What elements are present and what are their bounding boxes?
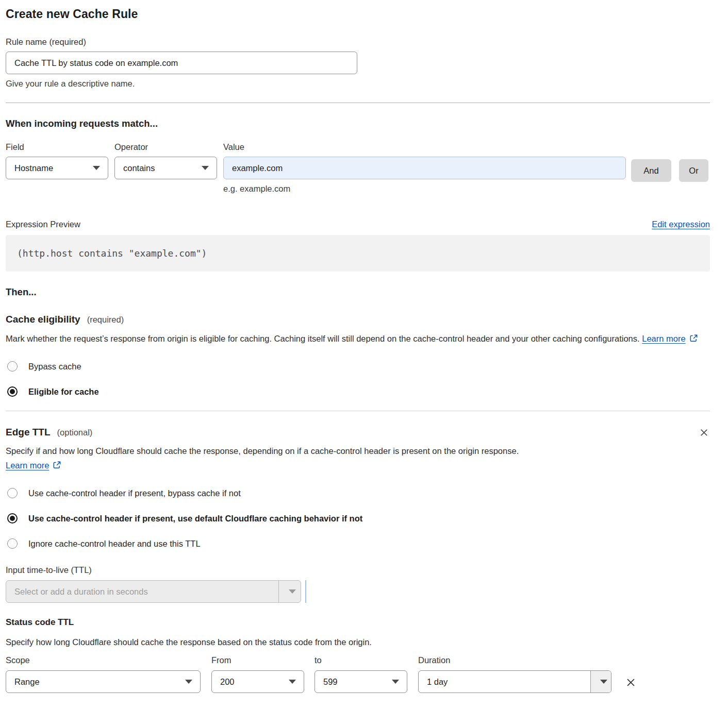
to-select-value: 599 (323, 677, 338, 687)
radio-selected-icon (7, 386, 18, 397)
text-cursor-caret (305, 580, 306, 603)
from-label: From (211, 655, 304, 665)
scope-column: Scope Range (6, 655, 201, 693)
expression-preview-header: Expression Preview Edit expression (6, 220, 710, 229)
radio-option-ignore-header[interactable]: Ignore cache-control header and use this… (6, 538, 710, 549)
operator-select[interactable]: contains (114, 157, 217, 179)
chevron-down-icon (93, 166, 100, 170)
close-icon (699, 431, 709, 439)
radio-unselected-icon (7, 538, 18, 549)
duration-select[interactable] (418, 670, 611, 693)
expression-code: (http.host contains "example.com") (17, 248, 207, 259)
cache-eligibility-section: Cache eligibility (required) Mark whethe… (6, 314, 710, 397)
cache-eligibility-header: Cache eligibility (required) (6, 314, 710, 325)
then-heading: Then... (6, 286, 710, 298)
duration-label: Duration (418, 655, 611, 665)
learn-more-link[interactable]: Learn more (642, 334, 685, 343)
remove-status-ttl-row-button[interactable] (624, 676, 637, 689)
cache-eligibility-options: Bypass cache Eligible for cache (6, 361, 710, 397)
field-column: Field Hostname (6, 142, 108, 179)
field-select[interactable]: Hostname (6, 157, 108, 179)
operator-select-value: contains (123, 163, 155, 173)
chevron-down-icon (289, 680, 296, 684)
scope-select[interactable]: Range (6, 670, 201, 693)
rule-name-input[interactable] (6, 52, 357, 74)
optional-badge: (optional) (57, 428, 93, 437)
edit-expression-link[interactable]: Edit expression (652, 220, 710, 229)
expression-preview-label: Expression Preview (6, 220, 80, 229)
field-select-value: Hostname (14, 163, 53, 173)
chevron-down-icon (392, 680, 399, 684)
chevron-down-icon (289, 589, 296, 594)
required-badge: (required) (87, 315, 124, 325)
match-expression-row: Field Hostname Operator contains Value e… (6, 142, 710, 194)
scope-select-value: Range (14, 677, 40, 687)
rule-name-helper: Give your rule a descriptive name. (6, 79, 710, 89)
radio-option-use-header-bypass[interactable]: Use cache-control header if present, byp… (6, 488, 710, 498)
from-select[interactable]: 200 (211, 670, 304, 693)
radio-unselected-icon (7, 361, 18, 372)
section-divider (6, 411, 710, 411)
rule-name-label: Rule name (required) (6, 37, 710, 47)
edge-ttl-header: Edge TTL (optional) (6, 427, 710, 438)
duration-column: Duration (418, 655, 611, 693)
from-select-value: 200 (220, 677, 235, 687)
external-link-icon (53, 459, 61, 474)
radio-option-eligible-for-cache[interactable]: Eligible for cache (6, 386, 710, 397)
ttl-input-section: Input time-to-live (TTL) (6, 565, 710, 603)
status-code-ttl-heading: Status code TTL (6, 617, 710, 628)
edge-ttl-heading: Edge TTL (6, 427, 51, 438)
external-link-icon (689, 332, 698, 347)
cache-eligibility-heading: Cache eligibility (6, 314, 80, 325)
chevron-down-icon (202, 166, 209, 170)
duration-select-arrow-button[interactable] (590, 671, 611, 693)
operator-column: Operator contains (108, 142, 217, 179)
learn-more-link[interactable]: Learn more (6, 461, 49, 470)
status-code-ttl-description: Specify how long Cloudflare should cache… (6, 635, 710, 649)
status-code-ttl-row: Scope Range From 200 to 599 (6, 655, 710, 693)
and-button[interactable]: And (631, 159, 671, 182)
to-column: to 599 (315, 655, 407, 693)
status-code-ttl-section: Status code TTL Specify how long Cloudfl… (6, 617, 710, 693)
radio-option-use-header-default[interactable]: Use cache-control header if present, use… (6, 513, 710, 524)
edge-ttl-section: Edge TTL (optional) Specify if and how l… (6, 427, 710, 603)
or-button[interactable]: Or (679, 159, 708, 182)
ttl-input-label: Input time-to-live (TTL) (6, 565, 710, 575)
value-label: Value (223, 142, 626, 152)
radio-option-bypass-cache[interactable]: Bypass cache (6, 361, 710, 372)
expression-preview-code-block: (http.host contains "example.com") (6, 235, 710, 272)
radio-unselected-icon (7, 488, 18, 498)
close-edge-ttl-button[interactable] (698, 427, 710, 438)
ttl-duration-input[interactable] (6, 581, 278, 602)
chevron-down-icon (185, 680, 192, 684)
scope-label: Scope (6, 655, 201, 665)
chevron-down-icon (600, 680, 607, 684)
from-column: From 200 (211, 655, 304, 693)
section-divider (6, 103, 710, 103)
create-cache-rule-form: Create new Cache Rule Rule name (require… (0, 0, 728, 708)
edge-ttl-options: Use cache-control header if present, byp… (6, 488, 710, 549)
page-title: Create new Cache Rule (6, 7, 710, 21)
value-column: Value e.g. example.com (217, 142, 626, 194)
to-select[interactable]: 599 (315, 670, 407, 693)
ttl-duration-select[interactable] (6, 580, 301, 603)
field-label: Field (6, 142, 108, 152)
value-input[interactable] (223, 157, 626, 179)
radio-selected-icon (7, 513, 18, 524)
cache-eligibility-description: Mark whether the request’s response from… (6, 331, 699, 347)
to-label: to (315, 655, 407, 665)
close-icon (625, 682, 636, 689)
duration-input[interactable] (419, 671, 590, 693)
match-heading: When incoming requests match... (6, 118, 710, 129)
edge-ttl-description: Specify if and how long Cloudflare shoul… (6, 444, 575, 474)
rule-name-section: Rule name (required) Give your rule a de… (6, 37, 710, 89)
operator-label: Operator (114, 142, 217, 152)
ttl-select-arrow-button[interactable] (278, 581, 301, 602)
value-helper: e.g. example.com (223, 184, 626, 194)
